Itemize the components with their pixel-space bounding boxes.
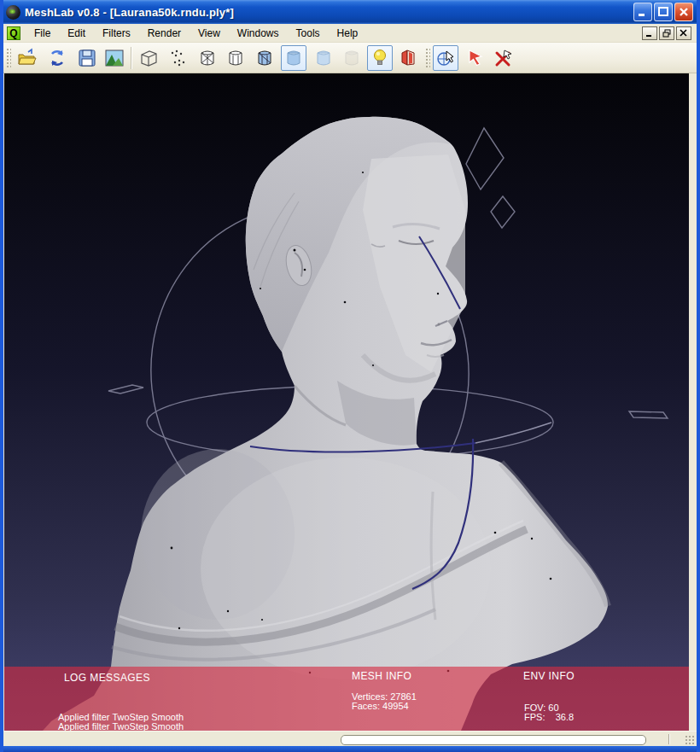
points-icon <box>168 48 189 68</box>
resize-grip[interactable] <box>684 734 695 745</box>
snapshot-button[interactable] <box>102 45 127 71</box>
meshlab-window: MeshLab v0.8 - [Laurana50k.rndu.ply*] Q … <box>0 0 700 752</box>
trackball-cursor-icon <box>435 48 456 68</box>
close-icon <box>679 7 689 17</box>
hidden-lines-cylinder-icon <box>225 48 246 68</box>
menu-view[interactable]: View <box>190 25 229 42</box>
reload-icon <box>47 48 67 68</box>
minimize-icon <box>638 7 648 17</box>
hud-overlay: LOG MESSAGES Applied filter TwoStep Smoo… <box>4 667 689 731</box>
wireframe-button[interactable] <box>195 45 220 71</box>
double-side-lighting-button[interactable] <box>395 45 421 71</box>
reload-button[interactable] <box>44 45 70 71</box>
window-title: MeshLab v0.8 - [Laurana50k.rndu.ply*] <box>25 6 234 19</box>
light-button[interactable] <box>367 45 393 71</box>
env-fps: FPS: 36.8 <box>524 713 574 722</box>
double-side-icon <box>398 48 418 68</box>
save-floppy-icon <box>77 48 97 68</box>
env-info-heading: ENV INFO <box>523 670 575 682</box>
mdi-minimize-button[interactable] <box>642 26 657 40</box>
wireframe-cylinder-icon <box>197 48 218 68</box>
status-bar <box>3 731 697 746</box>
menu-help[interactable]: Help <box>329 25 367 42</box>
menu-render[interactable]: Render <box>139 25 190 42</box>
show-trackball-button[interactable] <box>433 45 458 71</box>
window-border <box>0 746 700 752</box>
points-button[interactable] <box>166 45 191 71</box>
minimize-button[interactable] <box>633 3 652 21</box>
texture-button <box>339 45 365 71</box>
close-button[interactable] <box>674 3 693 21</box>
texture-cylinder-icon <box>341 48 362 68</box>
delete-x-icon <box>493 48 514 68</box>
3d-scene[interactable] <box>4 73 689 731</box>
hidden-lines-button[interactable] <box>223 45 248 71</box>
document-icon[interactable]: Q <box>7 26 20 40</box>
mdi-restore-button[interactable] <box>659 26 674 40</box>
toolbar-grip[interactable] <box>6 48 11 68</box>
open-folder-icon <box>16 48 37 68</box>
red-arrow-cursor-icon <box>466 48 487 68</box>
menu-tools[interactable]: Tools <box>288 25 329 42</box>
mesh-info-heading: MESH INFO <box>352 670 411 682</box>
menu-edit[interactable]: Edit <box>59 25 94 42</box>
mesh-faces: Faces: 49954 <box>352 702 409 711</box>
title-bar[interactable]: MeshLab v0.8 - [Laurana50k.rndu.ply*] <box>0 0 700 24</box>
mdi-restore-icon <box>662 29 671 38</box>
snapshot-icon <box>104 48 125 68</box>
toolbar-separator <box>131 47 132 69</box>
toolbar <box>3 43 697 73</box>
mdi-minimize-icon <box>645 29 654 38</box>
toolbar-grip[interactable] <box>425 48 430 68</box>
statusbar-separator <box>668 734 669 744</box>
menu-windows[interactable]: Windows <box>229 25 288 42</box>
app-icon <box>6 5 20 20</box>
gl-viewport[interactable]: LOG MESSAGES Applied filter TwoStep Smoo… <box>4 73 689 731</box>
log-heading: LOG MESSAGES <box>64 672 150 684</box>
bbox-button[interactable] <box>136 45 161 71</box>
flat-lines-button[interactable] <box>252 45 277 71</box>
flat-shading-button[interactable] <box>281 45 306 71</box>
bbox-cube-icon <box>138 48 159 68</box>
mdi-close-icon <box>680 29 688 38</box>
smooth-shading-button[interactable] <box>311 45 336 71</box>
pick-point-button[interactable] <box>464 45 489 71</box>
maximize-button[interactable] <box>654 3 673 21</box>
menu-filters[interactable]: Filters <box>94 25 139 42</box>
maximize-icon <box>658 7 668 17</box>
flat-cylinder-icon <box>283 48 304 68</box>
progress-bar <box>341 735 646 745</box>
mdi-close-button[interactable] <box>676 26 691 40</box>
light-bulb-icon <box>370 48 390 68</box>
delete-mesh-button[interactable] <box>491 45 516 71</box>
flat-lines-cylinder-icon <box>254 48 275 68</box>
open-button[interactable] <box>14 45 39 71</box>
smooth-cylinder-icon <box>313 48 334 68</box>
menu-bar: Q File Edit Filters Render View Windows … <box>3 24 697 43</box>
menu-file[interactable]: File <box>26 25 59 42</box>
save-button[interactable] <box>74 45 100 71</box>
